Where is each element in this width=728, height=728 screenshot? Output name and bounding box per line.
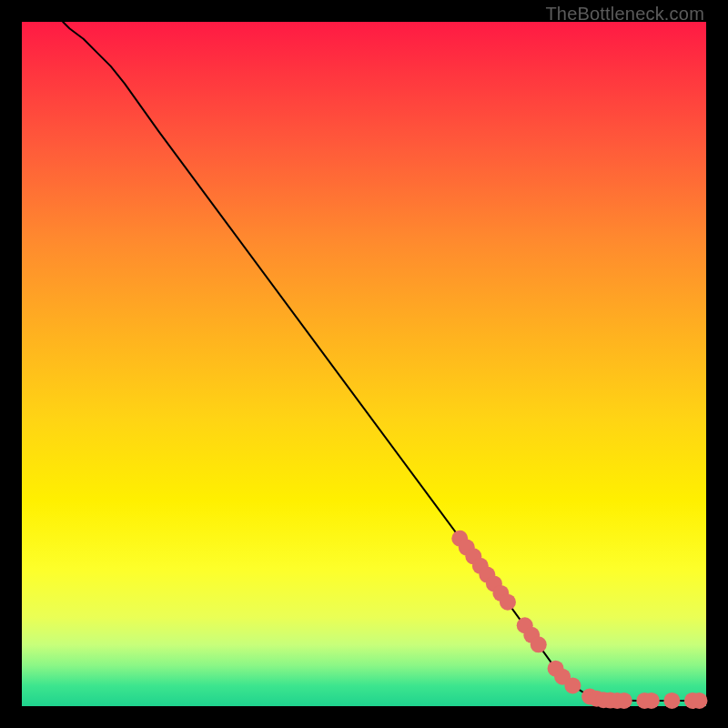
data-marker [531, 636, 547, 652]
data-marker [564, 677, 581, 693]
chart-svg [22, 22, 706, 706]
data-marker [643, 693, 660, 709]
chart-frame: TheBottleneck.com [0, 0, 728, 728]
bottleneck-curve [63, 22, 706, 701]
data-marker [663, 693, 680, 709]
data-marker [500, 594, 516, 611]
data-marker [691, 693, 707, 709]
data-marker [616, 693, 632, 709]
data-markers [451, 531, 707, 709]
